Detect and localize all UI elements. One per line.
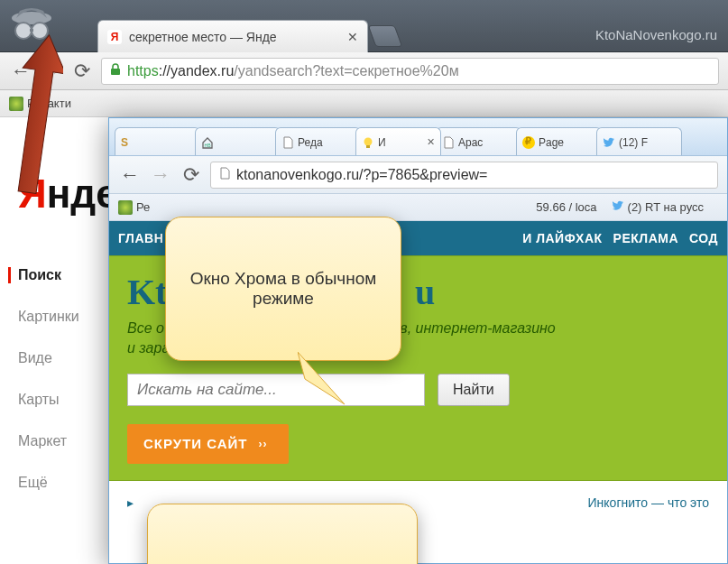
inner-tab-0[interactable]: S — [115, 127, 200, 156]
bookmark-label: 59.66 / loca — [536, 200, 596, 214]
house-icon: НВ — [201, 136, 214, 149]
url-text: ktonanovenkogo.ru/?p=7865&preview= — [236, 167, 487, 183]
promo-label: СКРУТИ САЙТ — [143, 436, 247, 451]
address-bar[interactable]: https ://yandex.ru /yandsearch?text=секр… — [101, 58, 719, 85]
site-search-row: Найти — [127, 374, 709, 406]
address-bar[interactable]: ktonanovenkogo.ru/?p=7865&preview= — [210, 162, 718, 189]
bookmark-label: (2) RT на русс — [628, 200, 704, 214]
document-icon — [281, 136, 294, 149]
url-path: /yandsearch?text=секретное%20м — [234, 63, 458, 79]
bookmark-item[interactable]: 59.66 / loca — [536, 200, 596, 214]
bulb-icon — [362, 136, 374, 149]
promo-button[interactable]: СКРУТИ САЙТ ›› — [127, 424, 289, 464]
reload-button[interactable]: ⟳ — [70, 60, 94, 83]
annotation-callout-secondary — [147, 504, 418, 564]
article-link[interactable]: Инкогнито — что это — [588, 495, 709, 510]
title-right: u — [415, 272, 435, 312]
tab-label: Page — [539, 136, 564, 149]
lock-icon — [109, 63, 122, 79]
inner-tab-1[interactable]: НВ — [195, 127, 281, 156]
annotation-arrow — [13, 34, 63, 200]
svg-text:Я: Я — [111, 31, 119, 43]
twitter-icon — [612, 199, 624, 215]
callout-text: Окно Хрома в обычном режиме — [186, 269, 381, 309]
document-icon — [442, 136, 455, 149]
bookmark-favicon — [118, 200, 133, 215]
incognito-browser-window: Я секретное место — Янде ✕ KtoNaNovenkog… — [0, 0, 728, 564]
tab-title: секретное место — Янде — [129, 30, 342, 44]
yandex-favicon: Я — [107, 30, 122, 44]
close-icon[interactable]: ✕ — [347, 30, 358, 44]
new-tab-button[interactable] — [368, 25, 403, 47]
document-icon — [218, 167, 231, 183]
twitter-icon — [603, 136, 615, 149]
breadcrumb-arrow-icon: ▸ — [127, 495, 134, 510]
bookmark-label: Ре — [136, 200, 150, 214]
inner-tab-5[interactable]: ₽ Page — [516, 127, 602, 156]
url-host: ://yandex.ru — [159, 63, 235, 79]
forward-button[interactable]: → — [149, 163, 172, 187]
reload-button[interactable]: ⟳ — [180, 163, 203, 187]
url-scheme: https — [127, 63, 159, 79]
svg-point-8 — [364, 137, 373, 145]
svg-rect-6 — [111, 69, 120, 75]
chevron-right-icon: ›› — [258, 438, 267, 450]
outer-toolbar: ← → ⟳ https ://yandex.ru /yandsearch?tex… — [0, 52, 728, 90]
inner-toolbar: ← → ⟳ ktonanovenkogo.ru/?p=7865&preview= — [109, 156, 727, 194]
bookmark-item[interactable]: (2) RT на русс — [612, 199, 704, 215]
close-icon[interactable]: ✕ — [427, 136, 435, 148]
tab-favicon: S — [121, 136, 134, 149]
svg-rect-3 — [30, 29, 33, 32]
inner-tab-4[interactable]: Apac — [436, 127, 521, 156]
inner-tab-3-active[interactable]: И ✕ — [355, 127, 441, 156]
tab-label: Реда — [298, 136, 323, 149]
tab-label: И — [378, 136, 386, 149]
bookmark-item[interactable]: Ре — [118, 200, 150, 215]
svg-rect-9 — [366, 145, 370, 148]
inner-tab-2[interactable]: Реда — [275, 127, 361, 156]
watermark-text: KtoNaNovenkogo.ru — [595, 27, 717, 42]
outer-bookmarks-bar: Редакти — [0, 90, 728, 117]
back-button[interactable]: ← — [118, 163, 142, 187]
inner-tab-6[interactable]: (12) F — [596, 127, 682, 156]
outer-titlebar: Я секретное место — Янде ✕ KtoNaNovenkog… — [0, 0, 728, 52]
title-left: Kt — [127, 272, 167, 312]
nav-link[interactable]: И ЛАЙФХАК — [517, 231, 607, 245]
svg-text:НВ: НВ — [205, 143, 212, 148]
svg-point-0 — [12, 12, 51, 24]
nav-link[interactable]: СОД — [684, 231, 723, 245]
search-input[interactable] — [127, 374, 425, 406]
inner-titlebar: S НВ Реда — [109, 118, 727, 156]
browser-tab-active[interactable]: Я секретное место — Янде ✕ — [97, 20, 368, 52]
inner-tab-row: S НВ Реда — [115, 127, 677, 156]
search-button[interactable]: Найти — [438, 374, 510, 406]
tab-label: (12) F — [619, 136, 648, 149]
annotation-callout: Окно Хрома в обычном режиме — [165, 217, 401, 361]
tab-label: Apac — [458, 136, 483, 149]
nav-link[interactable]: ГЛАВН — [113, 231, 169, 245]
nav-link[interactable]: РЕКЛАМА — [608, 231, 684, 245]
ruble-icon: ₽ — [522, 136, 535, 149]
